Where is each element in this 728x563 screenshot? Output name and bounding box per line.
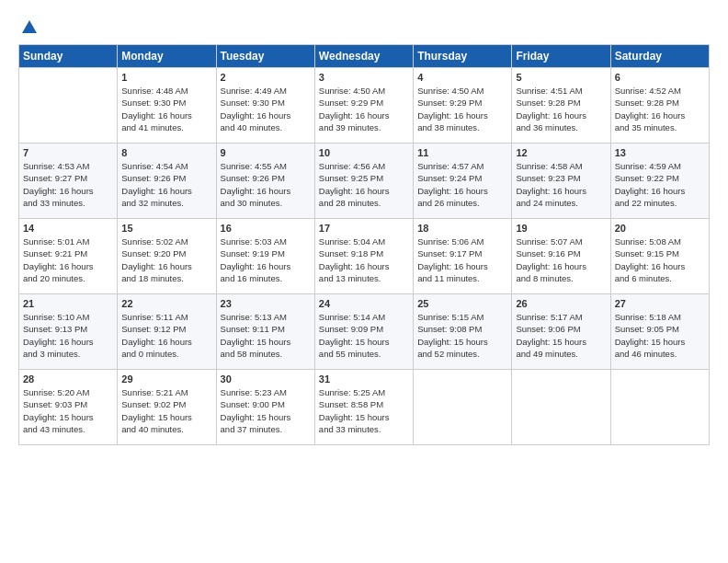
- day-info: Sunrise: 5:11 AM Sunset: 9:12 PM Dayligh…: [121, 311, 211, 360]
- table-row: 19Sunrise: 5:07 AM Sunset: 9:16 PM Dayli…: [512, 219, 610, 294]
- calendar-week-row: 21Sunrise: 5:10 AM Sunset: 9:13 PM Dayli…: [19, 294, 710, 370]
- day-info: Sunrise: 5:14 AM Sunset: 9:09 PM Dayligh…: [319, 311, 409, 360]
- header: [18, 15, 710, 37]
- table-row: 8Sunrise: 4:54 AM Sunset: 9:26 PM Daylig…: [118, 144, 216, 219]
- day-number: 25: [417, 298, 507, 309]
- day-number: 23: [221, 298, 311, 309]
- day-info: Sunrise: 5:20 AM Sunset: 9:03 PM Dayligh…: [23, 386, 113, 435]
- day-number: 6: [615, 72, 705, 83]
- day-info: Sunrise: 4:50 AM Sunset: 9:29 PM Dayligh…: [319, 85, 409, 133]
- day-number: 29: [121, 373, 211, 385]
- table-row: 30Sunrise: 5:23 AM Sunset: 9:00 PM Dayli…: [216, 370, 314, 445]
- day-number: 1: [121, 72, 211, 83]
- table-row: 13Sunrise: 4:59 AM Sunset: 9:22 PM Dayli…: [610, 144, 709, 219]
- day-info: Sunrise: 5:08 AM Sunset: 9:15 PM Dayligh…: [615, 236, 705, 284]
- day-info: Sunrise: 4:56 AM Sunset: 9:25 PM Dayligh…: [319, 160, 409, 209]
- calendar-table: Sunday Monday Tuesday Wednesday Thursday…: [18, 44, 710, 445]
- day-number: 18: [417, 223, 507, 234]
- day-info: Sunrise: 4:54 AM Sunset: 9:26 PM Dayligh…: [121, 160, 211, 209]
- table-row: 22Sunrise: 5:11 AM Sunset: 9:12 PM Dayli…: [118, 294, 216, 370]
- day-info: Sunrise: 5:04 AM Sunset: 9:18 PM Dayligh…: [319, 236, 409, 284]
- day-info: Sunrise: 5:15 AM Sunset: 9:08 PM Dayligh…: [417, 311, 507, 360]
- calendar-week-row: 14Sunrise: 5:01 AM Sunset: 9:21 PM Dayli…: [19, 219, 710, 294]
- day-info: Sunrise: 5:02 AM Sunset: 9:20 PM Dayligh…: [121, 236, 211, 284]
- col-saturday: Saturday: [610, 45, 709, 68]
- day-info: Sunrise: 5:21 AM Sunset: 9:02 PM Dayligh…: [121, 386, 211, 435]
- day-info: Sunrise: 5:07 AM Sunset: 9:16 PM Dayligh…: [516, 236, 606, 284]
- table-row: 9Sunrise: 4:55 AM Sunset: 9:26 PM Daylig…: [216, 144, 314, 219]
- calendar-week-row: 1Sunrise: 4:48 AM Sunset: 9:30 PM Daylig…: [19, 68, 710, 144]
- table-row: 6Sunrise: 4:52 AM Sunset: 9:28 PM Daylig…: [610, 68, 709, 144]
- day-number: 28: [23, 373, 113, 385]
- day-number: 9: [221, 147, 311, 158]
- day-info: Sunrise: 4:57 AM Sunset: 9:24 PM Dayligh…: [417, 160, 507, 209]
- day-info: Sunrise: 4:59 AM Sunset: 9:22 PM Dayligh…: [615, 160, 705, 209]
- table-row: 15Sunrise: 5:02 AM Sunset: 9:20 PM Dayli…: [118, 219, 216, 294]
- table-row: 20Sunrise: 5:08 AM Sunset: 9:15 PM Dayli…: [610, 219, 709, 294]
- col-wednesday: Wednesday: [314, 45, 413, 68]
- day-info: Sunrise: 5:03 AM Sunset: 9:19 PM Dayligh…: [221, 236, 311, 284]
- day-number: 21: [23, 298, 113, 309]
- day-info: Sunrise: 4:48 AM Sunset: 9:30 PM Dayligh…: [121, 85, 211, 133]
- day-number: 31: [319, 373, 409, 385]
- table-row: 2Sunrise: 4:49 AM Sunset: 9:30 PM Daylig…: [216, 68, 314, 144]
- day-info: Sunrise: 5:23 AM Sunset: 9:00 PM Dayligh…: [221, 386, 311, 435]
- calendar-header-row: Sunday Monday Tuesday Wednesday Thursday…: [19, 45, 710, 68]
- table-row: 7Sunrise: 4:53 AM Sunset: 9:27 PM Daylig…: [19, 144, 118, 219]
- day-number: 24: [319, 298, 409, 309]
- day-number: 15: [121, 223, 211, 234]
- svg-marker-0: [22, 20, 37, 33]
- day-number: 22: [121, 298, 211, 309]
- day-info: Sunrise: 4:49 AM Sunset: 9:30 PM Dayligh…: [221, 85, 311, 133]
- day-number: 10: [319, 147, 409, 158]
- table-row: 28Sunrise: 5:20 AM Sunset: 9:03 PM Dayli…: [19, 370, 118, 445]
- day-number: 16: [221, 223, 311, 234]
- day-number: 20: [615, 223, 705, 234]
- main-container: Sunday Monday Tuesday Wednesday Thursday…: [0, 0, 728, 454]
- col-tuesday: Tuesday: [216, 45, 314, 68]
- day-info: Sunrise: 4:53 AM Sunset: 9:27 PM Dayligh…: [23, 160, 113, 209]
- table-row: 31Sunrise: 5:25 AM Sunset: 8:58 PM Dayli…: [314, 370, 413, 445]
- table-row: 11Sunrise: 4:57 AM Sunset: 9:24 PM Dayli…: [414, 144, 512, 219]
- day-info: Sunrise: 5:01 AM Sunset: 9:21 PM Dayligh…: [23, 236, 113, 284]
- table-row: 18Sunrise: 5:06 AM Sunset: 9:17 PM Dayli…: [414, 219, 512, 294]
- day-number: 4: [417, 72, 507, 83]
- day-number: 30: [221, 373, 311, 385]
- table-row: [512, 370, 610, 445]
- col-monday: Monday: [118, 45, 216, 68]
- table-row: [610, 370, 709, 445]
- day-number: 11: [417, 147, 507, 158]
- table-row: 1Sunrise: 4:48 AM Sunset: 9:30 PM Daylig…: [118, 68, 216, 144]
- day-info: Sunrise: 5:06 AM Sunset: 9:17 PM Dayligh…: [417, 236, 507, 284]
- calendar-week-row: 7Sunrise: 4:53 AM Sunset: 9:27 PM Daylig…: [19, 144, 710, 219]
- table-row: 24Sunrise: 5:14 AM Sunset: 9:09 PM Dayli…: [314, 294, 413, 370]
- table-row: 23Sunrise: 5:13 AM Sunset: 9:11 PM Dayli…: [216, 294, 314, 370]
- table-row: [414, 370, 512, 445]
- col-friday: Friday: [512, 45, 610, 68]
- day-info: Sunrise: 5:17 AM Sunset: 9:06 PM Dayligh…: [516, 311, 606, 360]
- table-row: 21Sunrise: 5:10 AM Sunset: 9:13 PM Dayli…: [19, 294, 118, 370]
- day-info: Sunrise: 4:55 AM Sunset: 9:26 PM Dayligh…: [221, 160, 311, 209]
- day-info: Sunrise: 5:18 AM Sunset: 9:05 PM Dayligh…: [615, 311, 705, 360]
- day-number: 19: [516, 223, 606, 234]
- logo-icon: [20, 18, 39, 37]
- calendar-body: 1Sunrise: 4:48 AM Sunset: 9:30 PM Daylig…: [19, 68, 710, 445]
- table-row: 27Sunrise: 5:18 AM Sunset: 9:05 PM Dayli…: [610, 294, 709, 370]
- day-info: Sunrise: 5:13 AM Sunset: 9:11 PM Dayligh…: [221, 311, 311, 360]
- day-number: 13: [615, 147, 705, 158]
- day-info: Sunrise: 4:50 AM Sunset: 9:29 PM Dayligh…: [417, 85, 507, 133]
- day-number: 3: [319, 72, 409, 83]
- day-number: 2: [221, 72, 311, 83]
- table-row: 4Sunrise: 4:50 AM Sunset: 9:29 PM Daylig…: [414, 68, 512, 144]
- col-sunday: Sunday: [19, 45, 118, 68]
- day-number: 5: [516, 72, 606, 83]
- table-row: 17Sunrise: 5:04 AM Sunset: 9:18 PM Dayli…: [314, 219, 413, 294]
- table-row: 10Sunrise: 4:56 AM Sunset: 9:25 PM Dayli…: [314, 144, 413, 219]
- table-row: 5Sunrise: 4:51 AM Sunset: 9:28 PM Daylig…: [512, 68, 610, 144]
- table-row: 16Sunrise: 5:03 AM Sunset: 9:19 PM Dayli…: [216, 219, 314, 294]
- table-row: 25Sunrise: 5:15 AM Sunset: 9:08 PM Dayli…: [414, 294, 512, 370]
- col-thursday: Thursday: [414, 45, 512, 68]
- table-row: 3Sunrise: 4:50 AM Sunset: 9:29 PM Daylig…: [314, 68, 413, 144]
- day-number: 27: [615, 298, 705, 309]
- day-info: Sunrise: 4:52 AM Sunset: 9:28 PM Dayligh…: [615, 85, 705, 133]
